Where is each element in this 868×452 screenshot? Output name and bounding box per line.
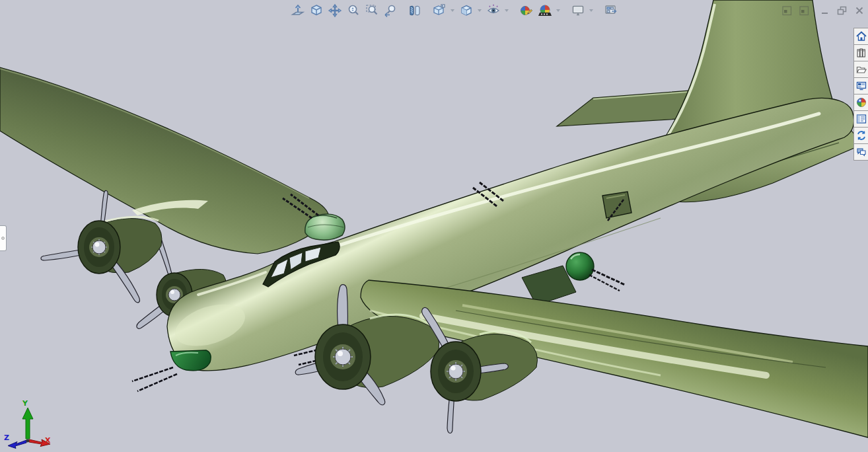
tab-file-explorer[interactable] (853, 61, 868, 78)
view-settings-dropdown[interactable] (589, 9, 593, 12)
ghost-window-button-1[interactable] (781, 5, 793, 17)
books-icon (856, 48, 867, 58)
zoom-to-area-icon[interactable] (363, 2, 380, 19)
cad-application-window: Y X Z (0, 0, 868, 452)
display-style-icon[interactable] (457, 2, 475, 19)
tab-solidworks-resources[interactable] (853, 28, 868, 45)
refresh-icon (856, 130, 867, 141)
edit-appearance-icon[interactable] (517, 2, 535, 19)
flyout-grip-icon (1, 237, 5, 240)
apply-scene-dropdown[interactable] (556, 9, 560, 12)
chin-turret[interactable] (132, 350, 211, 391)
tab-view-palette[interactable] (853, 77, 868, 94)
tab-design-library[interactable] (853, 44, 868, 61)
previous-view-icon[interactable] (381, 2, 399, 19)
apply-scene-icon[interactable] (536, 2, 554, 19)
folder-icon (856, 64, 867, 75)
display-style-dropdown[interactable] (478, 9, 482, 12)
model-viewport-3d[interactable] (0, 0, 868, 452)
isometric-view-icon[interactable] (307, 2, 325, 19)
tab-document-recovery[interactable] (853, 127, 868, 144)
color-ball-icon (856, 97, 867, 108)
form-icon (856, 114, 867, 124)
ghost-window-button-2[interactable] (798, 5, 810, 17)
view-settings-icon[interactable] (569, 2, 587, 19)
chat-icon (856, 147, 867, 157)
zoom-in-out-icon[interactable] (344, 2, 362, 19)
hide-show-items-dropdown[interactable] (505, 9, 509, 12)
restore-icon[interactable] (836, 5, 848, 17)
section-view-icon[interactable] (406, 2, 423, 19)
view-orientation-icon[interactable] (430, 2, 448, 19)
wing-far[interactable] (0, 67, 329, 254)
view-orientation-dropdown[interactable] (451, 9, 454, 12)
hide-show-items-icon[interactable] (484, 2, 502, 19)
view-palette-icon (856, 81, 867, 91)
full-screen-icon[interactable] (602, 2, 620, 19)
minimize-icon[interactable] (819, 5, 831, 17)
document-window-controls (781, 4, 865, 17)
zoom-to-fit-icon[interactable] (289, 2, 307, 19)
task-pane-tab-strip (853, 28, 868, 161)
close-icon[interactable] (853, 5, 865, 17)
heads-up-view-toolbar (289, 1, 620, 20)
pan-icon[interactable] (326, 2, 344, 19)
tab-custom-properties[interactable] (853, 110, 868, 128)
panel-flyout-tab[interactable] (0, 225, 7, 251)
tab-forum[interactable] (853, 143, 868, 161)
home-icon (856, 31, 867, 42)
ball-turret[interactable] (566, 252, 625, 291)
tab-appearances-scenes[interactable] (853, 94, 868, 111)
